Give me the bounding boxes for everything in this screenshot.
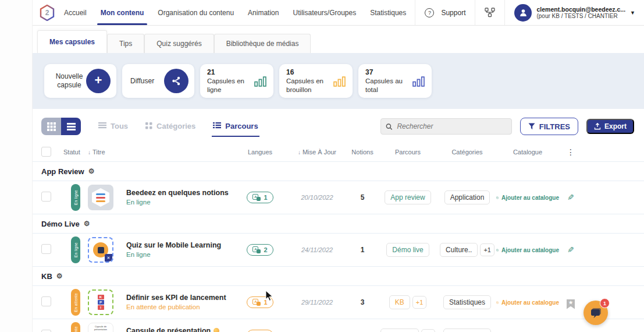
diffuse-card[interactable]: Diffuser [122, 64, 194, 98]
question-icon: ? [425, 8, 434, 17]
support-button[interactable]: ? Support [415, 0, 475, 25]
stat-card-brouillon[interactable]: 16 Capsules en brouillon [279, 64, 353, 98]
export-button[interactable]: Export [586, 119, 634, 134]
edit-pencil-icon[interactable]: ✎ [567, 193, 574, 202]
col-statut: Statut [63, 149, 88, 156]
languages-badge: A2 [247, 244, 273, 256]
section-name: App Review [41, 167, 84, 176]
status-pill: En ligne [71, 236, 80, 263]
status-pill: En attente [71, 322, 80, 332]
stat-label: Capsules en brouillon [286, 77, 328, 94]
org-switcher-button[interactable] [475, 0, 504, 25]
nav-mon-contenu[interactable]: Mon contenu [101, 1, 144, 25]
gear-icon[interactable]: ⚙ [84, 220, 90, 228]
row-checkbox[interactable] [41, 244, 51, 254]
capsule-thumbnail: Capsule de présentation [88, 323, 113, 332]
select-all-checkbox[interactable] [41, 147, 51, 157]
filters-button[interactable]: FILTRES [520, 118, 578, 135]
summary-cards-panel: Nouvelle capsule + Diffuser 21 Capsules … [33, 53, 644, 109]
categorie-chip: Apprenants [443, 329, 490, 332]
row-checkbox[interactable] [41, 192, 51, 202]
bar-chart-icon [412, 75, 425, 87]
tab-mes-capsules[interactable]: Mes capsules [37, 30, 107, 53]
table-header: Statut ↓Titre Langues ↓Mise À Jour Notio… [33, 143, 644, 162]
col-langues: Langues [233, 149, 287, 156]
nav-animation[interactable]: Animation [248, 1, 279, 25]
user-email: clement.bocquin@beedeez.c... [536, 6, 625, 13]
stat-label: Capsules en ligne [207, 77, 249, 94]
status-pill: En ligne [71, 184, 80, 211]
corner-badge-icon: ✕ [105, 254, 112, 262]
tab-tips[interactable]: Tips [107, 34, 144, 53]
tab-quiz-suggeres[interactable]: Quiz suggérés [144, 34, 214, 53]
chat-bubble-icon [590, 308, 602, 319]
capsule-status: En attente de publication [126, 303, 233, 312]
section-name: KB [41, 272, 52, 281]
column-options-icon[interactable]: ⋮ [559, 147, 582, 157]
bookmark-icon[interactable]: ★ [567, 299, 575, 309]
bar-chart-icon [333, 75, 346, 87]
nav-organisation-du-contenu[interactable]: Organisation du contenu [158, 1, 234, 25]
grid-view-button[interactable] [41, 118, 61, 135]
filter-tab-categories[interactable]: Catégories [145, 122, 195, 132]
add-to-catalog-link[interactable]: Ajouter au catalogue [496, 246, 559, 254]
table-row[interactable]: En attente Capsule de présentation Capsu… [33, 319, 644, 332]
chat-notification-badge: 1 [600, 298, 610, 308]
col-catalogue: Catalogue [496, 149, 559, 156]
capsule-thumbnail: KPI [88, 289, 113, 315]
capsule-title: Capsule de présentation [126, 326, 211, 332]
beedeez-logo-icon[interactable]: 2 [38, 4, 56, 22]
view-toggle [41, 118, 81, 135]
table-row[interactable]: En attente KPI Définir ses KPI de lancem… [33, 286, 644, 319]
languages-badge: A1 [247, 192, 273, 203]
translate-icon: A [252, 194, 261, 201]
nav-statistiques[interactable]: Statistiques [370, 1, 406, 25]
filter-tab-parcours[interactable]: Parcours [213, 122, 258, 132]
section-header-demo-live: Démo Live ⚙ [33, 214, 644, 234]
stat-count: 21 [207, 68, 249, 77]
row-checkbox[interactable] [41, 330, 51, 332]
filter-tab-tous[interactable]: Tous [98, 122, 128, 132]
add-to-catalog-link[interactable]: Ajouter au catalogue [496, 299, 559, 306]
table-row[interactable]: En ligne Beedeez en quelques notions En … [33, 181, 644, 214]
nav-accueil[interactable]: Accueil [64, 1, 87, 25]
categorie-extra-chip: +1 [480, 243, 494, 256]
categorie-chip: Statistiques [443, 295, 491, 309]
list-toolbar: Tous Catégories Parcours [41, 117, 634, 136]
col-mise-a-jour[interactable]: ↓Mise À Jour [287, 149, 347, 156]
catalog-icon [496, 246, 499, 254]
nav-utilisateurs-groupes[interactable]: Utilisateurs/Groupes [293, 1, 356, 25]
gear-icon[interactable]: ⚙ [56, 272, 63, 280]
search-input[interactable] [396, 122, 506, 131]
col-titre[interactable]: ↓Titre [88, 149, 233, 156]
stat-card-total[interactable]: 37 Capsules au total [358, 64, 432, 98]
tab-bibliotheque-de-medias[interactable]: Bibliothèque de médias [214, 34, 311, 53]
plus-icon[interactable]: + [86, 69, 111, 93]
section-header-app-review: App Review ⚙ [33, 162, 644, 181]
notions-count: 5 [347, 193, 378, 202]
categorie-chip: Application [444, 190, 490, 204]
new-capsule-label: Nouvelle capsule [52, 72, 86, 90]
chat-widget-button[interactable]: 1 [583, 301, 608, 325]
section-name: Démo Live [41, 220, 80, 228]
grid-icon [47, 122, 56, 131]
parcours-chip: KB [389, 295, 410, 309]
table-row[interactable]: En ligne ✕ Quiz sur le Mobile Learning E… [33, 234, 644, 267]
row-checkbox[interactable] [41, 296, 51, 306]
add-to-catalog-link[interactable]: Ajouter au catalogue [496, 194, 559, 202]
section-header-kb: KB ⚙ [33, 267, 644, 286]
smiley-emoji-icon [214, 328, 219, 332]
col-categories: Catégories [438, 149, 496, 156]
edit-pencil-icon[interactable]: ✎ [567, 245, 574, 255]
user-menu[interactable]: clement.bocquin@beedeez.c... (pour KB / … [504, 0, 644, 25]
list-view-button[interactable] [61, 118, 81, 135]
stat-card-en-ligne[interactable]: 21 Capsules en ligne [200, 64, 273, 98]
updated-date: 24/11/2022 [287, 246, 347, 253]
mouse-cursor [265, 290, 273, 302]
new-capsule-card[interactable]: Nouvelle capsule + [44, 64, 116, 98]
top-navigation-bar: 2 Accueil Mon contenu Organisation du co… [33, 0, 644, 26]
chevron-down-icon[interactable]: ▼ [630, 10, 635, 16]
content-tabs: Mes capsules Tips Quiz suggérés Biblioth… [33, 26, 644, 53]
gear-icon[interactable]: ⚙ [88, 167, 95, 175]
share-icon[interactable] [164, 69, 188, 93]
